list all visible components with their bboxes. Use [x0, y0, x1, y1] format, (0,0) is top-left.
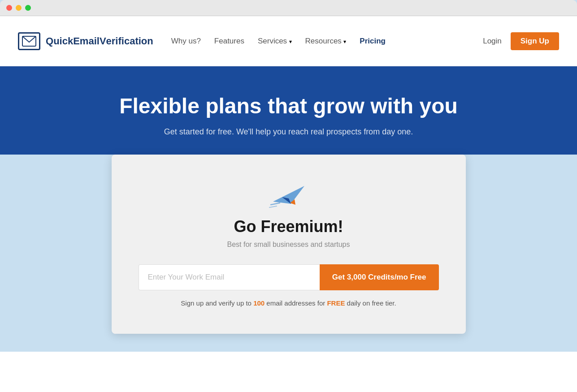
maximize-button[interactable]	[25, 5, 31, 11]
logo-text: QuickEmailVerification	[46, 35, 153, 47]
cta-button[interactable]: Get 3,000 Credits/mo Free	[320, 264, 439, 290]
nav-item-pricing[interactable]: Pricing	[360, 37, 386, 46]
card-subtitle: Best for small businesses and startups	[139, 241, 439, 249]
nav-item-why-us[interactable]: Why us?	[171, 37, 201, 46]
fine-print-after: daily on free tier.	[345, 299, 396, 307]
card-wrapper: Go Freemium! Best for small businesses a…	[0, 155, 577, 352]
freemium-card: Go Freemium! Best for small businesses a…	[112, 155, 466, 334]
envelope-icon	[22, 36, 36, 47]
minimize-button[interactable]	[16, 5, 22, 11]
logo[interactable]: QuickEmailVerification	[18, 32, 153, 50]
window-chrome	[0, 0, 577, 16]
nav-item-features[interactable]: Features	[214, 37, 244, 46]
nav-item-resources[interactable]: Resources	[305, 37, 347, 46]
nav-right: Login Sign Up	[483, 32, 559, 50]
hero-title: Flexible plans that grow with you	[18, 93, 559, 119]
fine-print-100: 100	[253, 299, 265, 307]
email-form: Get 3,000 Credits/mo Free	[139, 264, 439, 290]
fine-print-free: FREE	[327, 299, 345, 307]
email-input[interactable]	[139, 264, 320, 290]
fine-print: Sign up and verify up to 100 email addre…	[139, 299, 439, 307]
nav-left: QuickEmailVerification Why us? Features …	[18, 32, 386, 50]
plane-icon	[269, 177, 309, 208]
signup-button[interactable]: Sign Up	[511, 32, 559, 50]
navbar: QuickEmailVerification Why us? Features …	[0, 16, 577, 66]
close-button[interactable]	[6, 5, 12, 11]
hero-subtitle: Get started for free. We'll help you rea…	[18, 127, 559, 137]
fine-print-mid: email addresses for	[265, 299, 327, 307]
svg-line-5	[271, 203, 280, 205]
nav-link-why-us[interactable]: Why us?	[171, 37, 201, 45]
browser-content: QuickEmailVerification Why us? Features …	[0, 16, 577, 392]
nav-item-services[interactable]: Services	[258, 37, 292, 46]
logo-icon	[18, 32, 40, 50]
nav-links: Why us? Features Services Resources Pric…	[171, 37, 386, 46]
card-title: Go Freemium!	[139, 217, 439, 236]
nav-link-pricing[interactable]: Pricing	[360, 37, 386, 45]
nav-link-services[interactable]: Services	[258, 37, 287, 45]
login-link[interactable]: Login	[483, 37, 502, 46]
nav-link-resources[interactable]: Resources	[305, 37, 342, 45]
fine-print-before: Sign up and verify up to	[181, 299, 253, 307]
nav-link-features[interactable]: Features	[214, 37, 244, 45]
svg-line-6	[269, 206, 277, 207]
